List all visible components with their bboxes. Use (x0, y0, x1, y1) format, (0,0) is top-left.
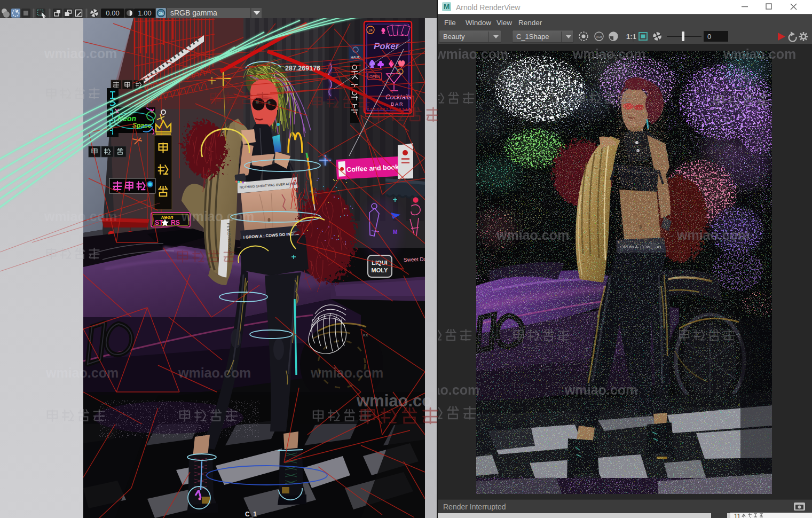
svg-text:M: M (393, 229, 397, 235)
svg-text:Cocktails: Cocktails (385, 93, 412, 101)
svg-text:287.269176: 287.269176 (285, 65, 320, 72)
svg-text:ST: ST (155, 219, 163, 226)
svg-text:BAR: BAR (391, 101, 404, 107)
svg-text:MOLY: MOLY (372, 267, 388, 273)
svg-text:1:1: 1:1 (626, 33, 636, 41)
svg-text:RGB: RGB (596, 35, 602, 38)
svg-text:24: 24 (368, 28, 373, 32)
svg-text:LIQUI: LIQUI (372, 260, 387, 266)
svg-text:C_1: C_1 (245, 511, 257, 518)
svg-text:KX: KX (363, 333, 368, 337)
svg-text:ON: ON (159, 12, 164, 15)
svg-text:Sweet Day: Sweet Day (404, 256, 425, 263)
svg-text:0: 0 (707, 33, 711, 41)
svg-text:RS: RS (171, 219, 180, 226)
svg-text:Poker: Poker (374, 41, 400, 51)
